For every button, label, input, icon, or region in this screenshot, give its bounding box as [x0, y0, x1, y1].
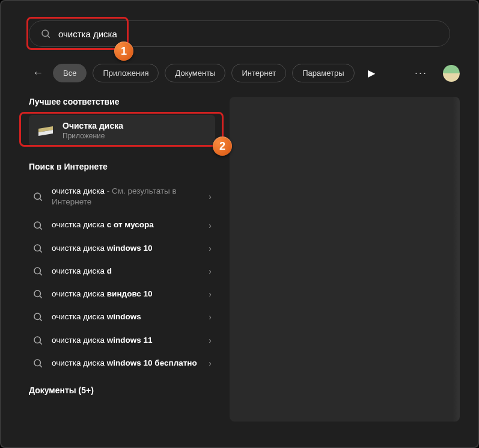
- web-result-text: очистка диска windows: [52, 311, 200, 322]
- svg-line-17: [40, 365, 41, 367]
- search-icon: [40, 28, 51, 39]
- tab-more-play[interactable]: ▶: [363, 65, 380, 82]
- web-result[interactable]: очистка диска windows ›: [29, 305, 215, 328]
- web-result-text: очистка диска windows 11: [52, 335, 200, 346]
- tab-internet[interactable]: Интернет: [231, 64, 286, 82]
- svg-point-0: [42, 30, 49, 37]
- svg-line-15: [40, 342, 41, 344]
- tab-settings[interactable]: Параметры: [292, 64, 354, 82]
- more-button[interactable]: ···: [415, 67, 427, 79]
- search-icon: [32, 220, 43, 231]
- tab-apps[interactable]: Приложения: [93, 64, 159, 82]
- svg-point-14: [34, 337, 41, 343]
- content: Лучшее соответствие Очистка диска Прилож…: [1, 97, 478, 422]
- svg-point-2: [34, 193, 41, 200]
- back-button[interactable]: ←: [29, 64, 47, 82]
- web-result-text: очистка диска с от мусора: [52, 219, 200, 230]
- web-result-text: очистка диска windows 10: [52, 243, 200, 254]
- tab-all[interactable]: Все: [53, 64, 87, 82]
- web-result-text: очистка диска windows 10 бесплатно: [52, 358, 200, 369]
- web-result[interactable]: очистка диска с от мусора ›: [29, 213, 215, 236]
- best-match-header: Лучшее соответствие: [29, 97, 230, 106]
- svg-line-5: [40, 227, 41, 229]
- svg-line-9: [40, 273, 41, 275]
- search-bar[interactable]: [29, 20, 450, 47]
- disk-cleanup-icon: [37, 124, 54, 137]
- chevron-right-icon: ›: [209, 336, 212, 345]
- annotation-marker-1: 1: [114, 41, 133, 61]
- search-icon: [32, 266, 43, 277]
- web-result[interactable]: очистка диска d ›: [29, 260, 215, 283]
- best-match-text: Очистка диска Приложение: [63, 121, 123, 140]
- results-pane: Лучшее соответствие Очистка диска Прилож…: [1, 97, 230, 422]
- chevron-right-icon: ›: [209, 266, 212, 276]
- chevron-right-icon: ›: [209, 312, 212, 322]
- search-icon: [32, 358, 43, 369]
- svg-point-12: [34, 313, 41, 320]
- chevron-right-icon: ›: [209, 221, 212, 230]
- web-result-text: очистка диска d: [52, 266, 200, 277]
- svg-point-8: [34, 268, 41, 274]
- chevron-right-icon: ›: [209, 244, 212, 253]
- web-section: Поиск в Интернете очистка диска - См. ре…: [29, 162, 230, 375]
- best-match-subtitle: Приложение: [63, 132, 123, 140]
- documents-header[interactable]: Документы (5+): [29, 385, 230, 395]
- svg-point-16: [34, 360, 41, 366]
- tabs-row: ← Все Приложения Документы Интернет Пара…: [29, 64, 460, 82]
- web-result[interactable]: очистка диска - См. результаты в Интерне…: [29, 180, 215, 213]
- search-input[interactable]: [58, 29, 439, 39]
- chevron-right-icon: ›: [209, 289, 212, 299]
- svg-point-10: [34, 290, 41, 297]
- annotation-marker-2: 2: [213, 137, 232, 156]
- web-search-header: Поиск в Интернете: [29, 162, 230, 171]
- search-window: 1 2 ← Все Приложения Документы Интернет …: [0, 0, 479, 448]
- best-match-item[interactable]: Очистка диска Приложение: [29, 115, 215, 146]
- search-icon: [32, 311, 43, 322]
- svg-line-1: [47, 35, 49, 37]
- best-match-title: Очистка диска: [63, 121, 123, 130]
- svg-line-13: [40, 319, 41, 321]
- svg-point-6: [34, 245, 41, 251]
- web-result-text: очистка диска виндовс 10: [52, 289, 200, 299]
- chevron-right-icon: ›: [209, 192, 212, 201]
- chevron-right-icon: ›: [209, 358, 212, 368]
- web-result[interactable]: очистка диска windows 11 ›: [29, 329, 215, 352]
- svg-line-3: [40, 199, 41, 201]
- svg-point-4: [34, 222, 41, 229]
- search-icon: [32, 289, 43, 299]
- web-result[interactable]: очистка диска windows 10 ›: [29, 237, 215, 260]
- tab-docs[interactable]: Документы: [165, 64, 225, 82]
- web-result-text: очистка диска - См. результаты в Интерне…: [52, 186, 200, 207]
- web-result[interactable]: очистка диска windows 10 бесплатно ›: [29, 352, 215, 375]
- preview-pane: [230, 97, 460, 422]
- svg-line-11: [40, 296, 41, 298]
- search-icon: [32, 243, 43, 254]
- avatar[interactable]: [443, 65, 460, 82]
- web-result[interactable]: очистка диска виндовс 10 ›: [29, 283, 215, 305]
- search-icon: [32, 191, 43, 202]
- search-icon: [32, 335, 43, 346]
- svg-line-7: [40, 250, 41, 252]
